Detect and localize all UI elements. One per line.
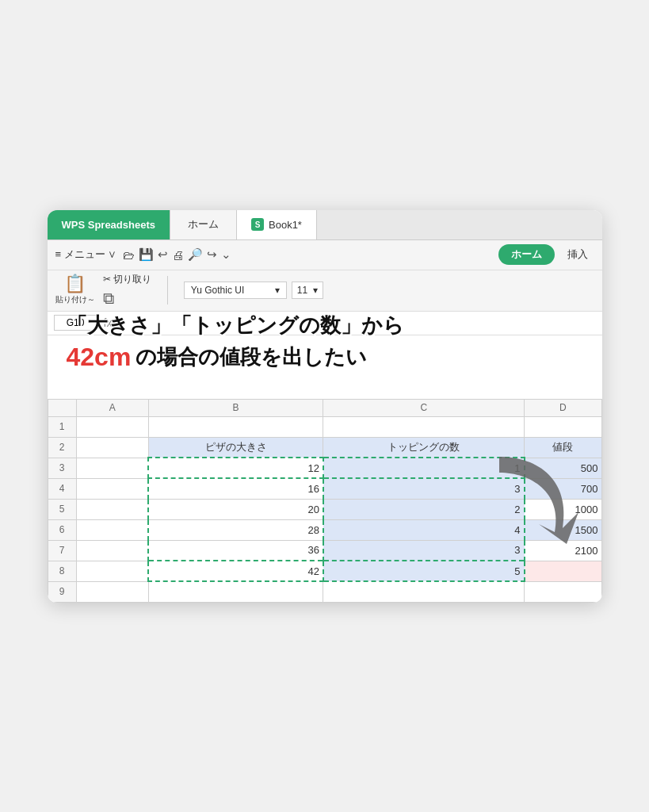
cell-d6[interactable]: 1500 (525, 519, 601, 540)
cell-b3[interactable]: 12 (148, 458, 323, 478)
menu-button[interactable]: ≡ メニュー ∨ (55, 247, 117, 262)
cell-d8[interactable] (525, 561, 601, 581)
table-row: 4 16 3 700 (48, 478, 601, 499)
cell-b6[interactable]: 28 (148, 519, 323, 540)
row-num-5: 5 (48, 499, 76, 519)
cell-c3[interactable]: 1 (323, 458, 525, 478)
cell-d9[interactable] (525, 581, 601, 602)
home-button[interactable]: ホーム (498, 244, 555, 265)
cell-c4[interactable]: 3 (323, 478, 525, 499)
cell-b7[interactable]: 36 (148, 540, 323, 561)
copy-button[interactable]: ⧉ (103, 289, 151, 308)
font-size-value: 11 (297, 285, 307, 296)
tab-bar: WPS Spreadsheets ホーム S Book1* (48, 210, 602, 240)
cell-a3[interactable] (76, 458, 148, 478)
cell-c2[interactable]: トッピングの数 (323, 437, 525, 458)
cut-button[interactable]: ✂ 切り取り (103, 273, 151, 286)
divider (167, 276, 168, 304)
ribbon: 📋 貼り付け～ ✂ 切り取り ⧉ Yu Gothic UI ▾ 11 ▾ (48, 270, 602, 312)
toolbar-icons: 🗁 💾 ↩ 🖨 🔎 ↪ ⌄ (123, 247, 231, 262)
print-icon[interactable]: 🖨 (172, 248, 184, 262)
save-icon[interactable]: 💾 (139, 247, 154, 262)
font-selector: Yu Gothic UI ▾ 11 ▾ (184, 282, 323, 299)
formula-bar: G10 fx (48, 312, 602, 335)
toolbar: ≡ メニュー ∨ 🗁 💾 ↩ 🖨 🔎 ↪ ⌄ ホーム 挿入 (48, 240, 602, 270)
col-header-a[interactable]: A (76, 399, 148, 416)
row-num-7: 7 (48, 540, 76, 561)
paste-button[interactable]: 📋 貼り付け～ (55, 275, 95, 305)
col-header-d[interactable]: D (525, 399, 601, 416)
table-row: 2 ピザの大きさ トッピングの数 値段 (48, 437, 601, 458)
tab-home[interactable]: ホーム (170, 210, 237, 239)
row-num-3: 3 (48, 458, 76, 478)
cell-d2[interactable]: 値段 (525, 437, 601, 458)
cell-c7[interactable]: 3 (323, 540, 525, 561)
cell-a8[interactable] (76, 561, 148, 581)
cell-d5[interactable]: 1000 (525, 499, 601, 519)
cell-a9[interactable] (76, 581, 148, 602)
undo-icon[interactable]: ↩ (158, 247, 168, 262)
cell-b5[interactable]: 20 (148, 499, 323, 519)
cell-reference[interactable]: G10 (54, 315, 97, 331)
row-num-6: 6 (48, 519, 76, 540)
row-num-8: 8 (48, 561, 76, 581)
chevron-down-icon: ▾ (275, 285, 280, 296)
cell-a7[interactable] (76, 540, 148, 561)
corner-header (48, 399, 76, 416)
s-icon: S (251, 218, 264, 231)
insert-button[interactable]: 挿入 (561, 244, 594, 265)
table-row: 8 42 5 (48, 561, 601, 581)
table-row: 5 20 2 1000 (48, 499, 601, 519)
cell-d3[interactable]: 500 (525, 458, 601, 478)
row-num-2: 2 (48, 437, 76, 458)
book-label: Book1* (269, 219, 302, 231)
font-name-value: Yu Gothic UI (191, 285, 244, 296)
cell-b2[interactable]: ピザの大きさ (148, 437, 323, 458)
cell-d7[interactable]: 2100 (525, 540, 601, 561)
cell-b1[interactable] (148, 416, 323, 437)
cell-c9[interactable] (323, 581, 525, 602)
cell-c5[interactable]: 2 (323, 499, 525, 519)
font-size-dropdown[interactable]: 11 ▾ (292, 282, 323, 299)
cell-c1[interactable] (323, 416, 525, 437)
down-icon[interactable]: ⌄ (221, 247, 231, 262)
paste-icon: 📋 (64, 275, 86, 293)
cell-a1[interactable] (76, 416, 148, 437)
clipboard-group: 📋 貼り付け～ ✂ 切り取り ⧉ (55, 273, 151, 308)
sheet-table: A B C D 1 2 ピザの大き (48, 399, 602, 603)
cell-a5[interactable] (76, 499, 148, 519)
spreadsheet-card: WPS Spreadsheets ホーム S Book1* ≡ メニュー ∨ 🗁… (48, 210, 602, 603)
row-num-4: 4 (48, 478, 76, 499)
spreadsheet: A B C D 1 2 ピザの大き (48, 335, 602, 603)
col-header-c[interactable]: C (323, 399, 525, 416)
table-row: 3 12 1 500 (48, 458, 601, 478)
cell-d1[interactable] (525, 416, 601, 437)
row-num-1: 1 (48, 416, 76, 437)
cell-a4[interactable] (76, 478, 148, 499)
cell-b9[interactable] (148, 581, 323, 602)
paste-label: 貼り付け～ (55, 294, 95, 305)
chevron-down-icon-2: ▾ (313, 285, 318, 296)
table-row: 7 36 3 2100 (48, 540, 601, 561)
fx-icon: fx (104, 316, 113, 329)
col-header-b[interactable]: B (148, 399, 323, 416)
cell-a6[interactable] (76, 519, 148, 540)
cell-a2[interactable] (76, 437, 148, 458)
table-row: 6 28 4 1500 (48, 519, 601, 540)
open-icon[interactable]: 🗁 (123, 248, 135, 262)
cell-c8[interactable]: 5 (323, 561, 525, 581)
cell-d4[interactable]: 700 (525, 478, 601, 499)
cell-b8[interactable]: 42 (148, 561, 323, 581)
table-row: 1 (48, 416, 601, 437)
table-row: 9 (48, 581, 601, 602)
preview-icon[interactable]: 🔎 (188, 247, 203, 262)
redo-icon[interactable]: ↪ (207, 247, 217, 262)
tab-wps[interactable]: WPS Spreadsheets (48, 210, 170, 239)
tab-book[interactable]: S Book1* (237, 210, 317, 239)
font-name-dropdown[interactable]: Yu Gothic UI ▾ (184, 282, 287, 299)
cell-b4[interactable]: 16 (148, 478, 323, 499)
row-num-9: 9 (48, 581, 76, 602)
cell-c6[interactable]: 4 (323, 519, 525, 540)
